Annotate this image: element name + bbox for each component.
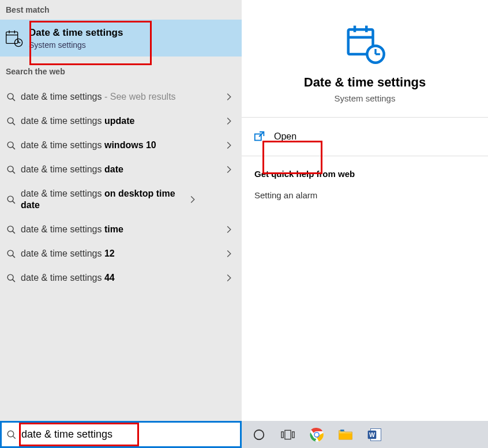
- svg-text:W: W: [369, 431, 375, 438]
- web-result-text: date & time settings on desktop time dat…: [18, 188, 186, 211]
- best-match-row[interactable]: Date & time settings System settings: [0, 20, 242, 57]
- svg-rect-35: [281, 431, 283, 437]
- web-result-item[interactable]: date & time settings 12: [0, 242, 242, 266]
- search-icon: [3, 225, 18, 235]
- svg-rect-37: [292, 431, 294, 437]
- file-explorer-icon[interactable]: [337, 427, 354, 443]
- search-icon: [3, 165, 18, 175]
- svg-line-8: [12, 98, 14, 100]
- svg-rect-41: [339, 433, 352, 439]
- web-result-text: date & time settings windows 10: [18, 140, 222, 151]
- search-icon: [4, 430, 19, 440]
- svg-point-34: [254, 430, 264, 439]
- web-result-text: date & time settings update: [18, 115, 222, 127]
- svg-line-20: [12, 255, 14, 257]
- date-time-large-icon: [344, 23, 386, 65]
- svg-line-18: [12, 231, 14, 233]
- detail-subtitle: System settings: [335, 93, 396, 103]
- search-icon: [3, 195, 18, 205]
- date-time-icon: [2, 29, 25, 47]
- chevron-right-icon: [222, 250, 236, 258]
- help-header: Get quick help from web: [254, 169, 475, 179]
- svg-point-17: [7, 226, 13, 232]
- web-result-item[interactable]: date & time settings time: [0, 217, 242, 242]
- best-match-title: Date & time settings: [29, 27, 123, 39]
- svg-line-14: [12, 171, 14, 173]
- taskbar-tray: W: [242, 421, 488, 448]
- chrome-icon[interactable]: [309, 427, 325, 443]
- web-results-list: date & time settings - See web resultsda…: [0, 81, 242, 290]
- svg-point-21: [7, 274, 13, 280]
- help-section: Get quick help from web Setting an alarm: [242, 156, 488, 213]
- web-result-text: date & time settings - See web results: [18, 91, 222, 103]
- chevron-right-icon: [222, 274, 236, 282]
- detail-panel: Date & time settings System settings Ope…: [242, 0, 488, 421]
- svg-line-16: [12, 201, 14, 203]
- chevron-right-icon: [186, 195, 200, 204]
- svg-point-40: [315, 432, 319, 436]
- help-link-alarm[interactable]: Setting an alarm: [254, 190, 475, 200]
- web-result-item[interactable]: date & time settings on desktop time dat…: [0, 182, 242, 217]
- web-result-item[interactable]: date & time settings update: [0, 109, 242, 133]
- taskbar-search-box[interactable]: [0, 421, 242, 448]
- web-result-item[interactable]: date & time settings windows 10: [0, 133, 242, 157]
- chevron-right-icon: [222, 141, 236, 149]
- search-icon: [3, 273, 18, 283]
- svg-point-15: [7, 196, 13, 202]
- svg-point-19: [7, 250, 13, 256]
- web-result-text: date & time settings 12: [18, 248, 222, 259]
- web-result-item[interactable]: date & time settings date: [0, 157, 242, 182]
- svg-line-22: [12, 279, 14, 281]
- web-result-text: date & time settings 44: [18, 272, 222, 284]
- svg-line-10: [12, 122, 14, 125]
- svg-rect-42: [340, 430, 344, 431]
- svg-line-12: [12, 146, 14, 149]
- chevron-right-icon: [222, 93, 236, 101]
- open-label: Open: [274, 131, 296, 142]
- search-icon: [3, 141, 18, 150]
- chevron-right-icon: [222, 225, 236, 234]
- web-result-text: date & time settings date: [18, 164, 222, 175]
- best-match-label: Best match: [0, 0, 242, 20]
- svg-point-32: [7, 431, 14, 437]
- web-results-label: Search the web: [0, 57, 242, 81]
- task-view-icon[interactable]: [280, 427, 296, 443]
- best-match-subtitle: System settings: [29, 40, 123, 50]
- svg-rect-36: [285, 430, 291, 439]
- hero-section: Date & time settings System settings: [242, 0, 488, 118]
- search-input[interactable]: [19, 428, 238, 441]
- web-result-item[interactable]: date & time settings 44: [0, 266, 242, 290]
- web-result-item[interactable]: date & time settings - See web results: [0, 85, 242, 109]
- svg-point-9: [7, 118, 13, 123]
- detail-title: Date & time settings: [304, 75, 426, 90]
- search-icon: [3, 249, 18, 259]
- svg-rect-0: [6, 32, 18, 43]
- cortana-icon[interactable]: [251, 427, 267, 443]
- svg-line-33: [13, 436, 16, 439]
- search-icon: [3, 92, 18, 102]
- search-results-panel: Best match Date & time settings System s…: [0, 0, 242, 421]
- search-icon: [3, 116, 18, 126]
- word-icon[interactable]: W: [366, 427, 382, 443]
- open-external-icon: [253, 130, 266, 143]
- svg-point-13: [7, 166, 13, 172]
- chevron-right-icon: [222, 165, 236, 174]
- open-button[interactable]: Open: [242, 118, 488, 156]
- svg-point-11: [7, 142, 13, 148]
- chevron-right-icon: [222, 117, 236, 125]
- web-result-text: date & time settings time: [18, 224, 222, 235]
- taskbar: W: [0, 421, 488, 448]
- svg-point-7: [7, 93, 13, 99]
